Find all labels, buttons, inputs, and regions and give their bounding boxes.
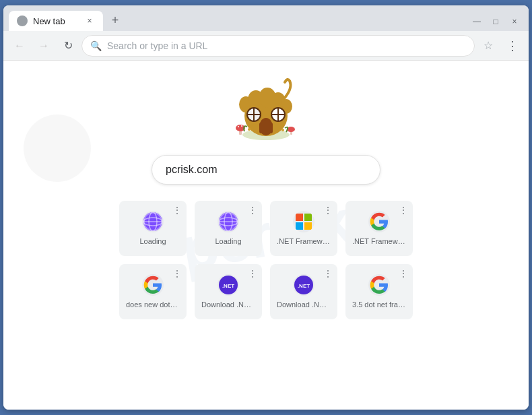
new-tab-button[interactable]: + xyxy=(106,11,125,30)
shortcut-card[interactable]: ⋮ .NET Download .NET F... xyxy=(195,264,262,319)
svg-point-19 xyxy=(238,126,239,127)
shortcut-label: .NET Framework ... xyxy=(277,236,331,246)
svg-rect-38 xyxy=(304,222,312,230)
bookmark-button[interactable]: ☆ xyxy=(477,35,499,57)
search-bar-container[interactable]: pcrisk.com xyxy=(152,155,380,185)
svg-rect-9 xyxy=(259,123,273,133)
shortcut-card[interactable]: ⋮ Loading xyxy=(119,201,187,256)
tab-close-button[interactable]: × xyxy=(84,15,95,26)
shortcut-card[interactable]: ⋮ 3.5 dot net fram... xyxy=(345,264,413,319)
svg-point-23 xyxy=(248,128,251,131)
shortcut-icon xyxy=(368,274,390,296)
page-content: pcrisk xyxy=(3,61,529,410)
close-button[interactable]: × xyxy=(506,15,523,28)
svg-rect-37 xyxy=(296,222,303,230)
shortcut-card[interactable]: ⋮ does new dotnet... xyxy=(119,264,187,319)
shortcut-menu-button[interactable]: ⋮ xyxy=(246,267,259,280)
shortcut-icon xyxy=(142,211,164,232)
shortcuts-grid: ⋮ Loading⋮ Loading⋮ .NET Framework ...⋮ … xyxy=(119,201,413,319)
search-bar-value: pcrisk.com xyxy=(166,164,217,176)
shortcut-label: 3.5 dot net fram... xyxy=(352,300,406,309)
watermark-circle xyxy=(24,115,91,182)
search-icon: 🔍 xyxy=(90,40,102,51)
svg-rect-36 xyxy=(304,214,312,221)
address-bar[interactable]: 🔍 Search or type in a URL xyxy=(81,35,475,57)
svg-point-13 xyxy=(247,108,261,121)
tab-label: New tab xyxy=(33,16,79,26)
browser-window: New tab × + — □ × ← → ↻ 🔍 Search or type… xyxy=(3,5,529,410)
maximize-button[interactable]: □ xyxy=(487,15,504,28)
shortcut-menu-button[interactable]: ⋮ xyxy=(246,203,259,217)
svg-text:.NET: .NET xyxy=(222,283,234,289)
svg-point-20 xyxy=(241,125,242,127)
svg-text:.NET: .NET xyxy=(298,283,310,289)
shortcut-menu-button[interactable]: ⋮ xyxy=(170,203,184,217)
shortcut-icon xyxy=(218,211,239,232)
shortcut-menu-button[interactable]: ⋮ xyxy=(321,267,335,280)
shortcut-icon xyxy=(293,211,314,232)
shortcut-card[interactable]: ⋮ Loading xyxy=(195,201,262,256)
shortcut-icon: .NET xyxy=(293,274,314,296)
shortcut-label: .NET Framework ... xyxy=(352,236,406,246)
shortcut-label: Download .NET F... xyxy=(277,300,331,309)
reload-button[interactable]: ↻ xyxy=(57,35,79,57)
forward-button[interactable]: → xyxy=(33,35,55,57)
shortcut-menu-button[interactable]: ⋮ xyxy=(397,203,410,217)
browser-tab[interactable]: New tab × xyxy=(9,11,103,31)
shortcut-menu-button[interactable]: ⋮ xyxy=(397,267,410,280)
svg-rect-35 xyxy=(296,214,303,221)
shortcut-label: Loading xyxy=(215,236,241,246)
shortcut-card[interactable]: ⋮ .NET Download .NET F... xyxy=(270,264,337,319)
shortcut-label: Download .NET F... xyxy=(201,300,255,309)
window-controls: — □ × xyxy=(468,15,523,28)
svg-point-24 xyxy=(281,129,284,131)
title-bar: New tab × + — □ × xyxy=(3,5,529,31)
minimize-button[interactable]: — xyxy=(468,15,486,28)
shortcut-icon xyxy=(368,211,390,232)
browser-menu-button[interactable]: ⋮ xyxy=(502,35,523,57)
shortcut-card[interactable]: ⋮ .NET Framework ... xyxy=(270,201,337,256)
shortcut-menu-button[interactable]: ⋮ xyxy=(321,203,335,217)
search-bar[interactable]: pcrisk.com xyxy=(152,155,380,185)
address-text: Search or type in a URL xyxy=(107,40,466,51)
shortcut-card[interactable]: ⋮ .NET Framework ... xyxy=(345,201,413,256)
toolbar: ← → ↻ 🔍 Search or type in a URL ☆ ⋮ xyxy=(3,31,529,61)
back-button[interactable]: ← xyxy=(9,35,30,57)
shortcut-icon xyxy=(142,274,164,296)
mascot-image xyxy=(226,74,306,141)
shortcut-label: does new dotnet... xyxy=(126,300,180,309)
shortcut-label: Loading xyxy=(139,236,166,246)
shortcut-icon: .NET xyxy=(218,274,239,296)
mascot-container xyxy=(226,74,306,144)
shortcut-menu-button[interactable]: ⋮ xyxy=(170,267,184,280)
tab-favicon xyxy=(17,15,28,26)
